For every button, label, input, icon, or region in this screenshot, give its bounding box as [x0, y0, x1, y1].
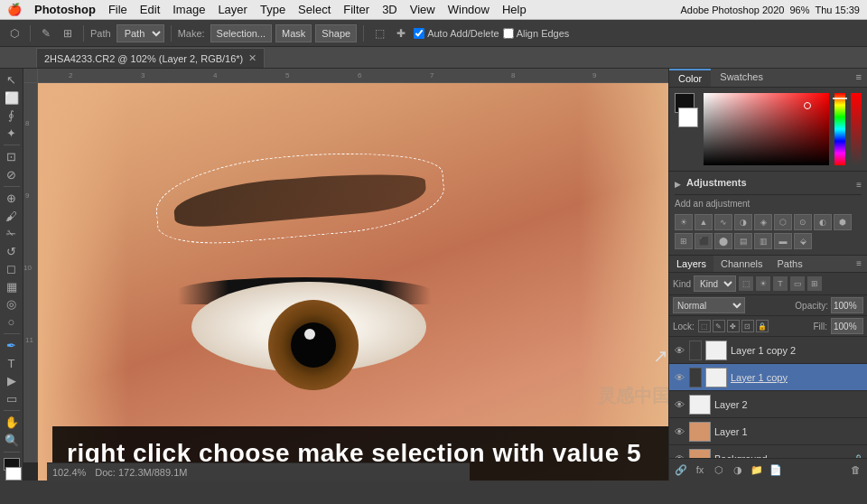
type-filter-icon[interactable]: T: [773, 276, 788, 291]
menu-type[interactable]: Type: [260, 3, 285, 16]
apple-menu[interactable]: 🍎: [7, 3, 22, 16]
swatches-tab[interactable]: Swatches: [711, 69, 772, 87]
pen-tool[interactable]: ✒: [2, 338, 22, 354]
fill-input[interactable]: [831, 318, 863, 334]
bw-adj-icon[interactable]: ◐: [814, 214, 832, 230]
layer-eye-copy1[interactable]: 👁: [673, 371, 685, 384]
vibrance-adj-icon[interactable]: ◈: [754, 214, 772, 230]
layer-row-copy2[interactable]: 👁 Layer 1 copy 2: [669, 337, 867, 364]
color-tab[interactable]: Color: [669, 69, 711, 87]
shape-filter-icon[interactable]: ▭: [790, 276, 805, 291]
lock-artboard-icon[interactable]: ⊡: [741, 320, 754, 332]
menu-view[interactable]: View: [410, 3, 435, 16]
opacity-input[interactable]: [831, 297, 863, 313]
menu-select[interactable]: Select: [298, 3, 331, 16]
menu-filter[interactable]: Filter: [343, 3, 369, 16]
blend-mode-select[interactable]: Normal: [673, 297, 745, 313]
layer-eye-2[interactable]: 👁: [673, 398, 685, 411]
additional-icon[interactable]: ✚: [392, 24, 410, 42]
clone-stamp-tool[interactable]: ✁: [2, 226, 22, 242]
menu-3d[interactable]: 3D: [382, 3, 397, 16]
menu-help[interactable]: Help: [502, 3, 527, 16]
adjustment-filter-icon[interactable]: ☀: [756, 276, 770, 291]
add-adjustment-icon[interactable]: ◑: [730, 462, 746, 478]
shape-button[interactable]: Shape: [315, 24, 357, 42]
menu-file[interactable]: File: [108, 3, 127, 16]
adj-panel-menu[interactable]: ≡: [856, 180, 862, 190]
selection-button[interactable]: Selection...: [210, 24, 272, 42]
layer-row-bg[interactable]: 👁 Background 🔒: [669, 445, 867, 458]
invert-adj-icon[interactable]: ⬤: [714, 233, 732, 249]
dodge-tool[interactable]: ○: [2, 314, 22, 331]
hue-strip[interactable]: [834, 93, 845, 165]
menu-image[interactable]: Image: [172, 3, 205, 16]
layer-row-1[interactable]: 👁 Layer 1: [669, 418, 867, 445]
channelmix-adj-icon[interactable]: ⊞: [675, 233, 693, 249]
colorbalance-adj-icon[interactable]: ⊙: [794, 214, 812, 230]
text-tool[interactable]: T: [2, 355, 22, 371]
auto-add-delete-checkbox[interactable]: [414, 28, 424, 39]
photofilter-adj-icon[interactable]: ⬢: [834, 214, 852, 230]
exposure-adj-icon[interactable]: ◑: [734, 214, 752, 230]
paths-tab[interactable]: Paths: [770, 256, 810, 272]
menu-window[interactable]: Window: [448, 3, 489, 16]
curves-adj-icon[interactable]: ∿: [714, 214, 732, 230]
blur-tool[interactable]: ◎: [2, 296, 22, 313]
add-style-icon[interactable]: fx: [692, 462, 708, 478]
color-panel-menu-icon[interactable]: ≡: [851, 69, 867, 87]
layer-row-copy1[interactable]: 👁 Layer 1 copy: [669, 364, 867, 391]
crop-tool[interactable]: ⊡: [2, 149, 22, 165]
link-layers-icon[interactable]: 🔗: [673, 462, 689, 478]
shape-tool[interactable]: ▭: [2, 390, 22, 406]
layer-row-2[interactable]: 👁 Layer 2: [669, 391, 867, 418]
path-dropdown[interactable]: Path: [117, 24, 164, 42]
background-color-swatch[interactable]: [5, 467, 22, 481]
eyedropper-tool[interactable]: ⊘: [2, 166, 22, 182]
layer-eye-copy2[interactable]: 👁: [673, 344, 685, 357]
new-layer-icon[interactable]: 📄: [768, 462, 784, 478]
rectangle-select-tool[interactable]: ⬜: [2, 90, 22, 107]
new-group-icon[interactable]: 📁: [749, 462, 765, 478]
add-mask-icon[interactable]: ⬡: [711, 462, 727, 478]
healing-brush-tool[interactable]: ⊕: [2, 191, 22, 207]
lock-all-icon[interactable]: 🔒: [756, 320, 769, 332]
adj-collapse-icon[interactable]: ▶: [675, 180, 681, 189]
levels-adj-icon[interactable]: ▲: [695, 214, 713, 230]
lock-transparent-icon[interactable]: ⬚: [698, 320, 711, 332]
smartobj-filter-icon[interactable]: ⊞: [807, 276, 822, 291]
hand-tool[interactable]: ✋: [2, 415, 22, 431]
transform-icon[interactable]: ⊞: [59, 24, 77, 42]
lasso-tool[interactable]: ∮: [2, 107, 22, 124]
magic-wand-tool[interactable]: ✦: [2, 126, 22, 142]
document-canvas[interactable]: ↗ 灵感中国 right click choose make selection…: [38, 83, 668, 481]
layer-eye-1[interactable]: 👁: [673, 425, 685, 438]
channels-tab[interactable]: Channels: [713, 256, 769, 272]
document-tab[interactable]: 2HSA4233.CR2 @ 102% (Layer 2, RGB/16*) ✕: [36, 48, 265, 68]
colorlookup-adj-icon[interactable]: ⬛: [695, 233, 713, 249]
color-gradient-picker[interactable]: [704, 93, 829, 165]
background-color-box[interactable]: [678, 107, 698, 127]
hsl-adj-icon[interactable]: ⬡: [774, 214, 792, 230]
selectivecolor-adj-icon[interactable]: ⬙: [794, 233, 812, 249]
delete-layer-icon[interactable]: 🗑: [847, 462, 863, 478]
canvas-area[interactable]: 8 9 10 11 ↗ 灵感中国: [23, 83, 668, 481]
gradientmap-adj-icon[interactable]: ▬: [774, 233, 792, 249]
zoom-tool[interactable]: 🔍: [2, 432, 22, 448]
pixel-filter-icon[interactable]: ⬚: [739, 276, 753, 291]
posterize-adj-icon[interactable]: ▤: [734, 233, 752, 249]
history-brush-tool[interactable]: ↺: [2, 243, 22, 259]
brightness-adj-icon[interactable]: ☀: [675, 214, 693, 230]
mask-button[interactable]: Mask: [275, 24, 312, 42]
brush-tool[interactable]: 🖌: [2, 208, 22, 224]
path-icon[interactable]: ✎: [37, 24, 55, 42]
menu-edit[interactable]: Edit: [140, 3, 160, 16]
move-tool[interactable]: ↖: [2, 72, 22, 89]
eraser-tool[interactable]: ◻: [2, 261, 22, 277]
menu-layer[interactable]: Layer: [218, 3, 247, 16]
layers-panel-menu[interactable]: ≡: [851, 256, 867, 272]
kind-select[interactable]: Kind: [694, 275, 736, 292]
gradient-tool[interactable]: ▦: [2, 278, 22, 294]
lock-pixels-icon[interactable]: ✎: [713, 320, 725, 332]
lock-position-icon[interactable]: ✤: [727, 320, 740, 332]
layers-tab[interactable]: Layers: [669, 256, 713, 272]
